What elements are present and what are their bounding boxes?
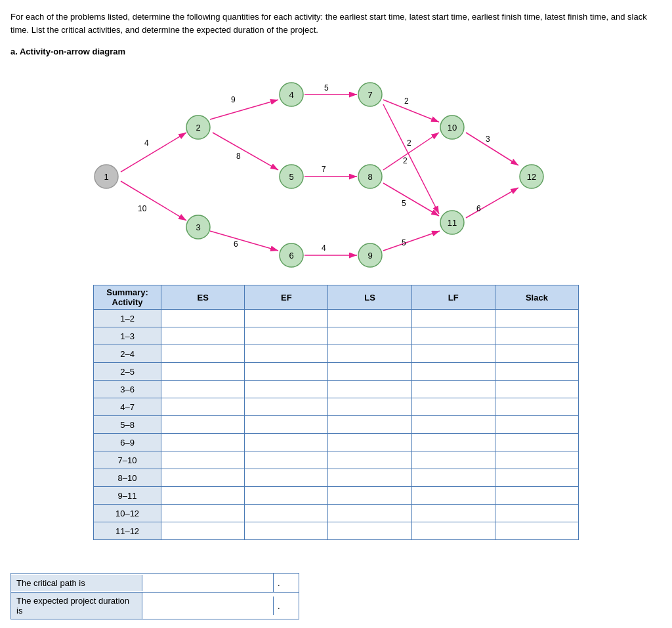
- ef-cell[interactable]: [245, 522, 328, 540]
- ef-input-12[interactable]: [250, 524, 322, 537]
- es-cell[interactable]: [161, 398, 245, 416]
- ls-cell[interactable]: [328, 469, 411, 487]
- es-cell[interactable]: [161, 434, 245, 451]
- slack-input-10[interactable]: [501, 489, 573, 502]
- slack-cell[interactable]: [495, 522, 578, 540]
- slack-input-11[interactable]: [501, 507, 573, 520]
- ef-cell[interactable]: [245, 381, 328, 398]
- ls-cell[interactable]: [328, 505, 411, 522]
- es-cell[interactable]: [161, 345, 245, 363]
- ef-input-4[interactable]: [250, 383, 322, 396]
- es-cell[interactable]: [161, 487, 245, 505]
- es-cell[interactable]: [161, 381, 245, 398]
- ls-input-1[interactable]: [333, 329, 406, 343]
- slack-cell[interactable]: [495, 398, 578, 416]
- lf-cell[interactable]: [411, 363, 495, 381]
- es-cell[interactable]: [161, 505, 245, 522]
- es-input-6[interactable]: [167, 418, 239, 431]
- ls-input-10[interactable]: [333, 489, 406, 502]
- ls-input-11[interactable]: [333, 507, 406, 520]
- ef-input-1[interactable]: [250, 329, 322, 343]
- ef-input-11[interactable]: [250, 507, 322, 520]
- slack-input-6[interactable]: [501, 418, 573, 431]
- ef-input-2[interactable]: [250, 347, 322, 360]
- ef-input-9[interactable]: [250, 471, 322, 484]
- slack-input-2[interactable]: [501, 347, 573, 360]
- slack-cell[interactable]: [495, 416, 578, 434]
- es-cell[interactable]: [161, 310, 245, 327]
- ls-cell[interactable]: [328, 310, 411, 327]
- lf-input-4[interactable]: [417, 383, 490, 396]
- ef-cell[interactable]: [245, 469, 328, 487]
- lf-input-1[interactable]: [417, 329, 490, 343]
- lf-input-0[interactable]: [417, 312, 490, 325]
- lf-cell[interactable]: [411, 310, 495, 327]
- slack-cell[interactable]: [495, 505, 578, 522]
- ef-cell[interactable]: [245, 416, 328, 434]
- lf-input-10[interactable]: [417, 489, 490, 502]
- lf-cell[interactable]: [411, 345, 495, 363]
- lf-input-6[interactable]: [417, 418, 490, 431]
- ls-input-9[interactable]: [333, 471, 406, 484]
- ls-input-12[interactable]: [333, 524, 406, 537]
- ls-input-0[interactable]: [333, 312, 406, 325]
- ef-cell[interactable]: [245, 487, 328, 505]
- slack-input-9[interactable]: [501, 471, 573, 484]
- es-input-9[interactable]: [167, 471, 239, 484]
- ef-input-0[interactable]: [250, 312, 322, 325]
- slack-input-4[interactable]: [501, 383, 573, 396]
- lf-cell[interactable]: [411, 505, 495, 522]
- slack-input-3[interactable]: [501, 365, 573, 378]
- es-cell[interactable]: [161, 469, 245, 487]
- es-cell[interactable]: [161, 327, 245, 345]
- ls-input-4[interactable]: [333, 383, 406, 396]
- lf-cell[interactable]: [411, 327, 495, 345]
- slack-input-1[interactable]: [501, 329, 573, 343]
- slack-cell[interactable]: [495, 381, 578, 398]
- slack-cell[interactable]: [495, 310, 578, 327]
- lf-cell[interactable]: [411, 398, 495, 416]
- slack-input-8[interactable]: [501, 453, 573, 467]
- slack-cell[interactable]: [495, 487, 578, 505]
- lf-input-8[interactable]: [417, 453, 490, 467]
- slack-input-0[interactable]: [501, 312, 573, 325]
- ls-cell[interactable]: [328, 345, 411, 363]
- ef-input-5[interactable]: [250, 400, 322, 413]
- ls-cell[interactable]: [328, 381, 411, 398]
- ls-cell[interactable]: [328, 363, 411, 381]
- es-input-4[interactable]: [167, 383, 239, 396]
- ls-input-8[interactable]: [333, 453, 406, 467]
- ef-cell[interactable]: [245, 505, 328, 522]
- ls-cell[interactable]: [328, 522, 411, 540]
- ls-cell[interactable]: [328, 416, 411, 434]
- slack-cell[interactable]: [495, 345, 578, 363]
- lf-cell[interactable]: [411, 434, 495, 451]
- es-input-3[interactable]: [167, 365, 239, 378]
- critical-path-input[interactable]: [142, 574, 274, 592]
- ef-cell[interactable]: [245, 363, 328, 381]
- lf-cell[interactable]: [411, 469, 495, 487]
- es-input-5[interactable]: [167, 400, 239, 413]
- ef-input-8[interactable]: [250, 453, 322, 467]
- es-cell[interactable]: [161, 522, 245, 540]
- lf-input-9[interactable]: [417, 471, 490, 484]
- lf-input-2[interactable]: [417, 347, 490, 360]
- ef-input-6[interactable]: [250, 418, 322, 431]
- slack-cell[interactable]: [495, 363, 578, 381]
- es-cell[interactable]: [161, 451, 245, 469]
- es-input-11[interactable]: [167, 507, 239, 520]
- es-input-2[interactable]: [167, 347, 239, 360]
- ef-input-3[interactable]: [250, 365, 322, 378]
- slack-cell[interactable]: [495, 327, 578, 345]
- es-input-10[interactable]: [167, 489, 239, 502]
- es-cell[interactable]: [161, 363, 245, 381]
- ef-cell[interactable]: [245, 310, 328, 327]
- lf-cell[interactable]: [411, 522, 495, 540]
- es-input-7[interactable]: [167, 436, 239, 449]
- ls-cell[interactable]: [328, 434, 411, 451]
- lf-cell[interactable]: [411, 416, 495, 434]
- lf-input-7[interactable]: [417, 436, 490, 449]
- slack-cell[interactable]: [495, 434, 578, 451]
- lf-input-12[interactable]: [417, 524, 490, 537]
- lf-input-5[interactable]: [417, 400, 490, 413]
